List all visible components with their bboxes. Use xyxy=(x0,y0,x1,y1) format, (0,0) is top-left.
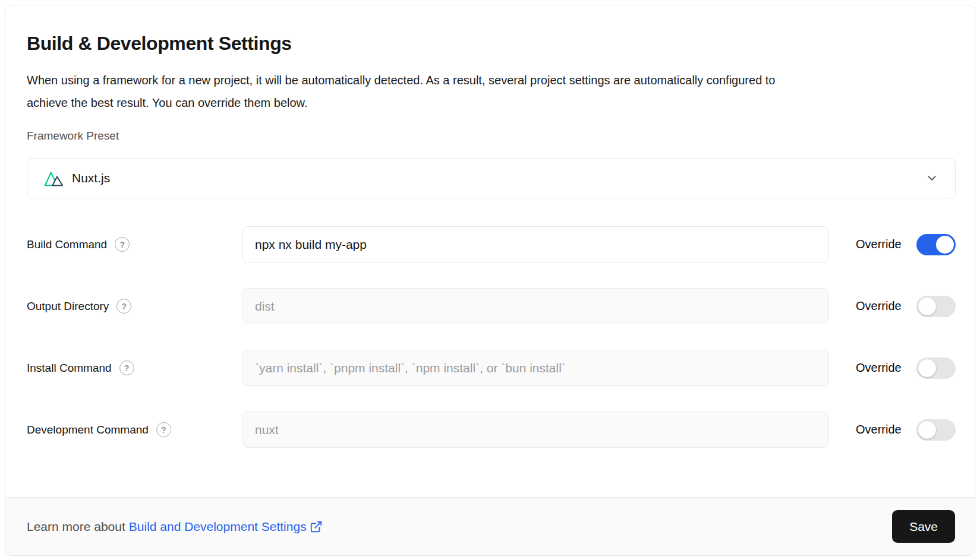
toggle-knob xyxy=(936,236,954,254)
build-command-row: Build Command Override xyxy=(27,226,956,262)
development-command-row: Development Command Override xyxy=(27,412,956,448)
build-settings-docs-link[interactable]: Build and Development Settings xyxy=(129,520,323,534)
override-toggle[interactable] xyxy=(916,296,956,317)
framework-preset-value: Nuxt.js xyxy=(72,171,110,185)
install-command-label: Install Command xyxy=(27,362,112,375)
override-toggle[interactable] xyxy=(916,419,956,441)
install-command-input[interactable] xyxy=(242,350,829,386)
development-command-override: Override xyxy=(856,419,956,441)
nuxt-logo-icon xyxy=(44,170,64,187)
help-icon[interactable] xyxy=(116,299,131,314)
output-directory-label: Output Directory xyxy=(27,300,109,313)
output-directory-row: Output Directory Override xyxy=(27,288,956,324)
development-command-label: Development Command xyxy=(27,423,149,436)
toggle-knob xyxy=(918,421,936,439)
help-icon[interactable] xyxy=(115,237,130,252)
toggle-knob xyxy=(918,298,936,315)
output-directory-override: Override xyxy=(856,296,956,317)
override-toggle[interactable] xyxy=(916,357,956,379)
card-body: Build & Development Settings When using … xyxy=(5,5,975,497)
build-command-label-group: Build Command xyxy=(27,237,242,252)
build-command-label: Build Command xyxy=(27,238,107,251)
development-command-label-group: Development Command xyxy=(27,422,242,437)
framework-preset-select[interactable]: Nuxt.js xyxy=(27,158,956,198)
override-toggle[interactable] xyxy=(916,234,956,255)
learn-more-link-label: Build and Development Settings xyxy=(129,520,307,534)
settings-description: When using a framework for a new project… xyxy=(27,69,793,114)
save-button[interactable]: Save xyxy=(892,510,955,543)
override-label: Override xyxy=(856,238,902,251)
chevron-down-icon xyxy=(925,172,938,185)
framework-preset-label: Framework Preset xyxy=(27,129,956,143)
override-label: Override xyxy=(856,361,902,375)
build-command-input[interactable] xyxy=(242,226,829,262)
install-command-row: Install Command Override xyxy=(27,350,956,386)
page-title: Build & Development Settings xyxy=(27,33,956,55)
override-label: Override xyxy=(856,299,902,313)
build-command-override: Override xyxy=(856,234,956,255)
help-icon[interactable] xyxy=(119,360,134,375)
external-link-icon xyxy=(310,520,323,533)
help-icon[interactable] xyxy=(156,422,171,437)
build-settings-card: Build & Development Settings When using … xyxy=(5,5,975,556)
development-command-input[interactable] xyxy=(242,412,829,448)
install-command-override: Override xyxy=(856,357,956,379)
toggle-knob xyxy=(918,359,936,377)
learn-more-prefix: Learn more about xyxy=(27,520,125,534)
card-footer: Learn more about Build and Development S… xyxy=(5,497,975,555)
install-command-label-group: Install Command xyxy=(27,360,242,375)
output-directory-input[interactable] xyxy=(242,288,829,324)
learn-more-text: Learn more about Build and Development S… xyxy=(27,520,323,534)
output-directory-label-group: Output Directory xyxy=(27,299,242,314)
override-label: Override xyxy=(856,423,902,436)
